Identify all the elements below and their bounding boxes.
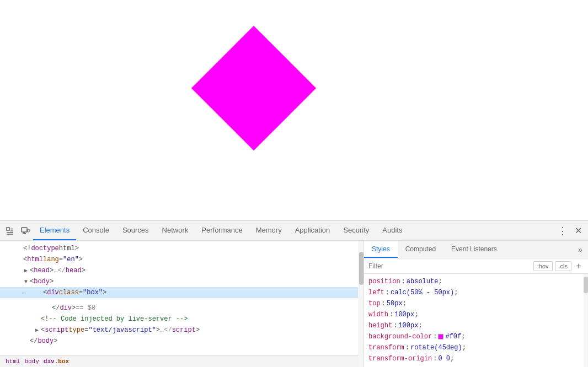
html-line-body: ▼ <body> xyxy=(0,276,364,287)
tab-application[interactable]: Application xyxy=(288,221,337,240)
styles-panel-scrollbar[interactable] xyxy=(584,274,588,367)
css-prop-position: position : absolute ; xyxy=(368,276,588,287)
css-prop-top: top : 50px ; xyxy=(368,298,588,309)
browser-viewport xyxy=(0,0,588,220)
close-devtools-button[interactable]: ✕ xyxy=(570,223,586,239)
css-prop-width: width : 100px ; xyxy=(368,309,588,320)
color-swatch[interactable] xyxy=(438,334,443,339)
devtools-panel: Elements Console Sources Network Perform… xyxy=(0,220,588,367)
breadcrumb: html body div.box xyxy=(0,355,364,367)
html-line-html: <html lang="en"> xyxy=(0,254,364,265)
tab-audits[interactable]: Audits xyxy=(376,221,409,240)
devtools-body: <!doctype html> <html lang="en"> ▶ <head… xyxy=(0,241,588,367)
styles-tabs: Styles Computed Event Listeners » xyxy=(364,241,588,258)
filter-input[interactable] xyxy=(368,262,531,270)
svg-rect-6 xyxy=(28,229,29,232)
devtools-toolbar: Elements Console Sources Network Perform… xyxy=(0,221,588,241)
diamond-shape xyxy=(191,26,316,150)
html-tree: <!doctype html> <html lang="en"> ▶ <head… xyxy=(0,241,364,355)
tab-security[interactable]: Security xyxy=(336,221,376,240)
tab-console[interactable]: Console xyxy=(76,221,116,240)
inspect-element-button[interactable] xyxy=(2,223,18,239)
tab-computed[interactable]: Computed xyxy=(398,241,443,258)
breadcrumb-div-box[interactable]: div.box xyxy=(42,358,70,365)
html-line-comment: <!-- Code injected by live-server --> xyxy=(0,314,364,325)
html-line-div-box[interactable]: ⋯ <div class="box"> xyxy=(0,287,364,298)
tab-styles[interactable]: Styles xyxy=(364,241,398,258)
cls-button[interactable]: .cls xyxy=(555,261,572,271)
svg-rect-5 xyxy=(22,228,27,232)
styles-content: position : absolute ; left : calc(50% - … xyxy=(364,274,588,367)
tab-memory[interactable]: Memory xyxy=(249,221,288,240)
css-prop-background-color: background-color : #f0f ; xyxy=(368,331,588,342)
filter-bar: :hov .cls + xyxy=(364,258,588,274)
tab-elements[interactable]: Elements xyxy=(33,221,76,240)
css-prop-left: left : calc(50% - 50px) ; xyxy=(368,287,588,298)
html-line-body-close: </body> xyxy=(0,336,364,347)
device-toolbar-button[interactable] xyxy=(18,223,33,239)
html-line-head: ▶ <head>…</head> xyxy=(0,265,364,276)
html-panel: <!doctype html> <html lang="en"> ▶ <head… xyxy=(0,241,364,367)
styles-more-button[interactable]: » xyxy=(573,241,588,258)
tab-event-listeners[interactable]: Event Listeners xyxy=(443,241,505,258)
html-panel-scrollbar[interactable] xyxy=(358,241,364,367)
tab-performance[interactable]: Performance xyxy=(195,221,249,240)
hov-button[interactable]: :hov xyxy=(533,261,553,271)
tab-network[interactable]: Network xyxy=(156,221,195,240)
html-line-script: ▶ <script type="text/javascript">…</scri… xyxy=(0,325,364,336)
styles-panel: Styles Computed Event Listeners » :hov .… xyxy=(364,241,588,367)
html-line-empty xyxy=(0,298,364,303)
breadcrumb-body[interactable]: body xyxy=(23,358,40,365)
add-style-button[interactable]: + xyxy=(574,261,584,271)
devtools-tabs: Elements Console Sources Network Perform… xyxy=(33,221,555,240)
svg-rect-0 xyxy=(7,228,9,230)
css-prop-transform-origin: transform-origin : 0 0 ; xyxy=(368,353,588,364)
html-line-div-close: </div> == $0 xyxy=(0,303,364,314)
css-prop-transform: transform : rotate(45deg) ; xyxy=(368,342,588,353)
more-options-button[interactable]: ⋮ xyxy=(555,223,570,239)
breadcrumb-html[interactable]: html xyxy=(4,358,21,365)
tab-sources[interactable]: Sources xyxy=(116,221,156,240)
html-line-doctype: <!doctype html> xyxy=(0,243,364,254)
css-prop-height: height : 100px ; xyxy=(368,320,588,331)
